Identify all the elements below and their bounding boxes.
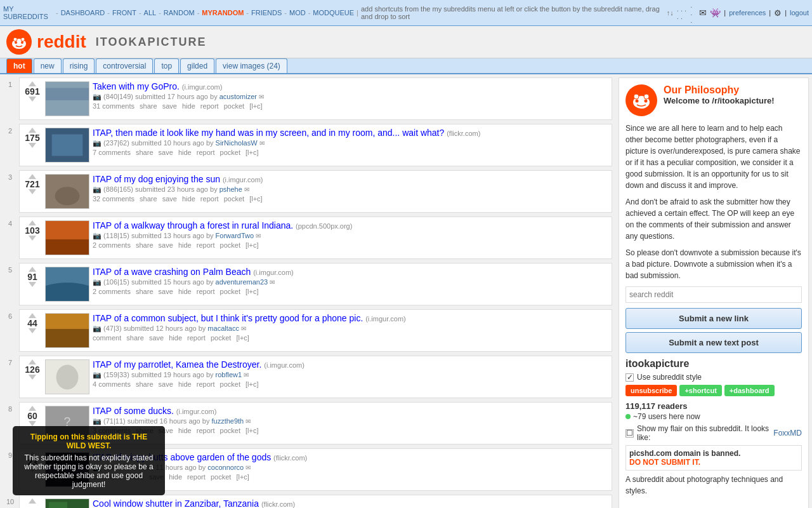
dashboard-button[interactable]: +dashboard bbox=[724, 385, 775, 396]
upvote-4[interactable] bbox=[29, 220, 36, 225]
post-link-10[interactable]: Cool window shutter in Zanzibar, Tanzani… bbox=[93, 498, 259, 508]
crosspost-link-5[interactable]: [l+c] bbox=[246, 288, 258, 295]
report-link-7[interactable]: report bbox=[197, 380, 215, 388]
topbar-dashboard[interactable]: DASHBOARD bbox=[61, 9, 105, 17]
flair-value[interactable]: FoxxMD bbox=[773, 429, 802, 438]
downvote-8[interactable] bbox=[29, 421, 36, 426]
report-link-4[interactable]: report bbox=[197, 241, 215, 249]
hide-link-8[interactable]: hide bbox=[178, 427, 192, 434]
topbar-mysubreddits[interactable]: MY SUBREDDITS bbox=[3, 5, 53, 20]
report-link-9[interactable]: report bbox=[187, 473, 206, 481]
preferences-link[interactable]: preferences bbox=[729, 9, 766, 17]
hide-link-9[interactable]: hide bbox=[169, 473, 182, 481]
tab-new[interactable]: new bbox=[34, 58, 62, 73]
post-link-1[interactable]: Taken with my GoPro. bbox=[93, 81, 180, 91]
save-link-5[interactable]: save bbox=[159, 288, 173, 295]
save-link-6[interactable]: save bbox=[149, 334, 164, 342]
crosspost-link-8[interactable]: [l+c] bbox=[246, 427, 258, 434]
pocket-link-4[interactable]: pocket bbox=[220, 241, 240, 249]
save-link-7[interactable]: save bbox=[159, 380, 173, 388]
hide-link-1[interactable]: hide bbox=[182, 102, 195, 110]
report-link-1[interactable]: report bbox=[200, 102, 219, 110]
share-link-4[interactable]: share bbox=[136, 241, 154, 249]
comments-link-2[interactable]: 7 comments bbox=[93, 149, 131, 156]
unsubscribe-button[interactable]: unsubscribe bbox=[625, 385, 677, 396]
hide-link-2[interactable]: hide bbox=[178, 149, 192, 156]
comments-link-6[interactable]: comment bbox=[93, 334, 121, 342]
shortcut-button[interactable]: +shortcut bbox=[679, 385, 721, 396]
upvote-8[interactable] bbox=[29, 406, 36, 411]
tab-controversial[interactable]: controversial bbox=[96, 58, 153, 73]
tab-rising[interactable]: rising bbox=[63, 58, 95, 73]
post-link-5[interactable]: ITAP of a wave crashing on Palm Beach bbox=[93, 267, 251, 277]
post-link-2[interactable]: ITAP, then made it look like my hand was… bbox=[93, 128, 444, 138]
topbar-modqueue[interactable]: MODQUEUE bbox=[313, 9, 354, 17]
pocket-link-1[interactable]: pocket bbox=[224, 102, 244, 110]
share-link-1[interactable]: share bbox=[140, 102, 157, 110]
report-link-3[interactable]: report bbox=[200, 195, 219, 203]
tab-top[interactable]: top bbox=[154, 58, 179, 73]
author-link-1[interactable]: acustomizer bbox=[219, 93, 257, 100]
hide-link-7[interactable]: hide bbox=[178, 380, 192, 388]
tab-hot[interactable]: hot bbox=[6, 58, 32, 73]
post-link-3[interactable]: ITAP of my dog enjoying the sun bbox=[93, 174, 220, 184]
share-link-6[interactable]: share bbox=[126, 334, 144, 342]
tab-view-images[interactable]: view images (24) bbox=[216, 58, 287, 73]
comments-link-7[interactable]: 4 comments bbox=[93, 380, 131, 388]
downvote-6[interactable] bbox=[29, 328, 36, 333]
crosspost-link-9[interactable]: [l+c] bbox=[236, 473, 249, 481]
mail-icon[interactable]: ✉ bbox=[699, 8, 707, 18]
flair-checkbox[interactable]: ☐ bbox=[625, 429, 634, 438]
save-link-1[interactable]: save bbox=[162, 102, 177, 110]
author-link-8[interactable]: fuzzthe9th bbox=[211, 417, 244, 425]
downvote-7[interactable] bbox=[29, 375, 36, 380]
pocket-link-6[interactable]: pocket bbox=[211, 334, 231, 342]
crosspost-link-1[interactable]: [l+c] bbox=[249, 102, 262, 110]
topbar-mod[interactable]: MOD bbox=[289, 9, 306, 17]
downvote-5[interactable] bbox=[29, 282, 36, 287]
comments-link-5[interactable]: 2 comments bbox=[93, 288, 131, 295]
upvote-7[interactable] bbox=[29, 359, 36, 364]
report-link-5[interactable]: report bbox=[197, 288, 215, 295]
upvote-1[interactable] bbox=[29, 81, 36, 86]
author-link-4[interactable]: ForwardTwo bbox=[216, 232, 254, 239]
downvote-2[interactable] bbox=[29, 143, 36, 148]
author-link-9[interactable]: coconnorco bbox=[207, 464, 244, 471]
share-link-3[interactable]: share bbox=[140, 195, 157, 203]
comments-link-3[interactable]: 32 comments bbox=[93, 195, 134, 203]
downvote-3[interactable] bbox=[29, 189, 36, 194]
search-input[interactable] bbox=[625, 286, 802, 303]
crosspost-link-3[interactable]: [l+c] bbox=[249, 195, 262, 203]
crosspost-link-2[interactable]: [l+c] bbox=[246, 149, 258, 156]
comments-link-1[interactable]: 31 comments bbox=[93, 102, 134, 110]
share-link-7[interactable]: share bbox=[136, 380, 154, 388]
pocket-link-5[interactable]: pocket bbox=[220, 288, 240, 295]
report-link-6[interactable]: report bbox=[187, 334, 206, 342]
use-style-checkbox[interactable]: ✓ bbox=[625, 373, 634, 382]
topbar-all[interactable]: ALL bbox=[144, 9, 157, 17]
report-link-8[interactable]: report bbox=[197, 427, 215, 434]
report-link-2[interactable]: report bbox=[197, 149, 215, 156]
hide-link-4[interactable]: hide bbox=[178, 241, 192, 249]
submit-link-button[interactable]: Submit a new link bbox=[625, 308, 802, 329]
author-link-2[interactable]: SirNicholasW bbox=[216, 139, 258, 147]
tab-gilded[interactable]: gilded bbox=[180, 58, 214, 73]
hide-link-6[interactable]: hide bbox=[169, 334, 182, 342]
save-link-4[interactable]: save bbox=[159, 241, 173, 249]
author-link-6[interactable]: macaltacc bbox=[207, 324, 239, 332]
post-link-8[interactable]: ITAP of some ducks. bbox=[93, 406, 174, 416]
author-link-7[interactable]: robflew1 bbox=[216, 371, 242, 378]
submit-text-button[interactable]: Submit a new text post bbox=[625, 332, 802, 353]
hide-link-5[interactable]: hide bbox=[178, 288, 192, 295]
pocket-link-3[interactable]: pocket bbox=[224, 195, 244, 203]
post-link-7[interactable]: ITAP of my parrotlet, Kamea the Destroye… bbox=[93, 359, 261, 370]
crosspost-link-7[interactable]: [l+c] bbox=[246, 380, 258, 388]
topbar-front[interactable]: FRONT bbox=[112, 9, 136, 17]
crosspost-link-6[interactable]: [l+c] bbox=[236, 334, 249, 342]
downvote-4[interactable] bbox=[29, 236, 36, 241]
upvote-2[interactable] bbox=[29, 128, 36, 133]
share-link-5[interactable]: share bbox=[136, 288, 154, 295]
upvote-5[interactable] bbox=[29, 267, 36, 272]
post-link-6[interactable]: ITAP of a common subject, but I think it… bbox=[93, 313, 363, 323]
pocket-link-7[interactable]: pocket bbox=[220, 380, 240, 388]
